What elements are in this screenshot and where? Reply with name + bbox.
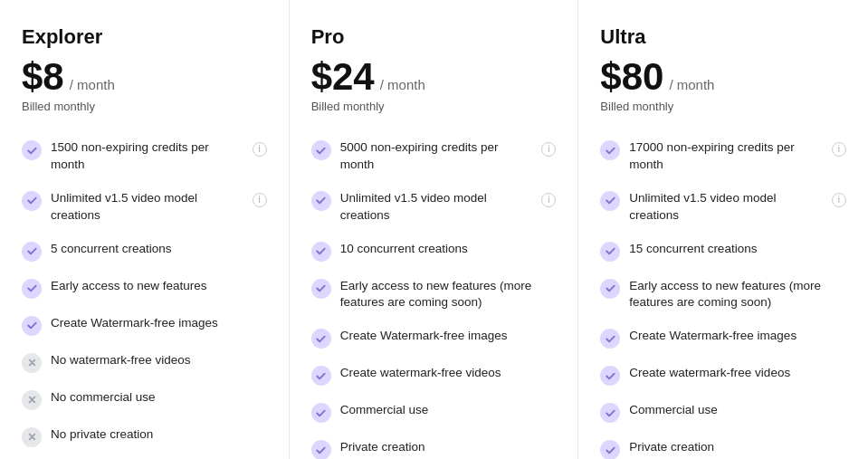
features-list-pro: 5000 non-expiring credits per monthi Unl… (311, 131, 557, 459)
info-icon[interactable]: i (832, 193, 846, 207)
feature-item: No watermark-free videos (22, 344, 267, 381)
plan-price-period-pro: / month (380, 77, 425, 92)
check-icon (600, 191, 620, 211)
feature-item: No commercial use (22, 381, 267, 418)
plan-price-row-ultra: $80/ month (600, 58, 846, 96)
feature-text: 15 concurrent creations (629, 241, 846, 258)
feature-item: 15 concurrent creations (600, 233, 846, 270)
plan-name-explorer: Explorer (22, 25, 267, 49)
feature-text: Early access to new features (51, 278, 267, 295)
feature-text: Create Watermark-free images (629, 328, 846, 345)
feature-item: 5 concurrent creations (22, 233, 267, 270)
feature-text: Commercial use (340, 402, 557, 419)
feature-item: Unlimited v1.5 video model creationsi (311, 182, 557, 233)
check-icon (600, 366, 620, 386)
plan-billed-pro: Billed monthly (311, 100, 557, 113)
feature-item: Create Watermark-free images (600, 320, 846, 357)
plan-price-amount-ultra: $80 (600, 58, 663, 96)
plan-name-pro: Pro (311, 25, 557, 49)
check-icon (311, 440, 331, 459)
check-icon (311, 191, 331, 211)
check-icon (600, 242, 620, 262)
plan-price-row-pro: $24/ month (311, 58, 557, 96)
feature-text: Unlimited v1.5 video model creations (629, 190, 823, 225)
check-icon (311, 366, 331, 386)
feature-item: 5000 non-expiring credits per monthi (311, 131, 557, 182)
features-list-explorer: 1500 non-expiring credits per monthi Unl… (22, 131, 267, 455)
feature-item: No private creation (22, 418, 267, 455)
plan-price-row-explorer: $8/ month (22, 58, 267, 96)
feature-text: 5000 non-expiring credits per month (340, 139, 533, 174)
plan-price-amount-pro: $24 (311, 58, 375, 96)
features-list-ultra: 17000 non-expiring credits per monthi Un… (600, 131, 846, 459)
feature-text: Create watermark-free videos (629, 365, 846, 382)
feature-item: Commercial use (600, 394, 846, 431)
feature-text: Private creation (340, 439, 557, 456)
plan-billed-explorer: Billed monthly (22, 100, 267, 113)
feature-text: No watermark-free videos (51, 352, 267, 369)
feature-item: Commercial use (311, 394, 557, 431)
feature-item: Unlimited v1.5 video model creationsi (600, 182, 846, 233)
check-icon (600, 329, 620, 349)
feature-item: 10 concurrent creations (311, 233, 557, 270)
plan-price-period-ultra: / month (669, 77, 714, 92)
info-icon[interactable]: i (253, 142, 267, 157)
check-icon (22, 140, 42, 160)
check-icon (600, 279, 620, 299)
plan-billed-ultra: Billed monthly (600, 100, 846, 113)
feature-text: Private creation (629, 439, 846, 456)
plan-col-ultra: Ultra$80/ monthBilled monthly 17000 non-… (578, 0, 868, 459)
feature-item: 17000 non-expiring credits per monthi (600, 131, 846, 182)
feature-item: Create Watermark-free images (311, 320, 557, 357)
cross-icon (22, 353, 42, 373)
feature-text: Create watermark-free videos (340, 365, 557, 382)
feature-text: Unlimited v1.5 video model creations (340, 190, 533, 225)
feature-item: Unlimited v1.5 video model creationsi (22, 182, 267, 233)
feature-item: 1500 non-expiring credits per monthi (22, 131, 267, 182)
check-icon (22, 242, 42, 262)
feature-text: 1500 non-expiring credits per month (51, 139, 243, 174)
info-icon[interactable]: i (832, 142, 846, 157)
feature-item: Create Watermark-free images (22, 307, 267, 344)
feature-text: Create Watermark-free images (340, 328, 557, 345)
plan-col-pro: Pro$24/ monthBilled monthly 5000 non-exp… (290, 0, 579, 459)
pricing-grid: Explorer$8/ monthBilled monthly 1500 non… (0, 0, 868, 459)
check-icon (311, 279, 331, 299)
info-icon[interactable]: i (541, 142, 556, 157)
feature-text: 10 concurrent creations (340, 241, 557, 258)
info-icon[interactable]: i (541, 193, 556, 207)
feature-text: Commercial use (629, 402, 846, 419)
feature-text: 17000 non-expiring credits per month (629, 139, 823, 174)
feature-item: Early access to new features (more featu… (600, 270, 846, 320)
check-icon (311, 242, 331, 262)
check-icon (600, 440, 620, 459)
check-icon (22, 316, 42, 336)
feature-item: Private creation (311, 431, 557, 459)
cross-icon (22, 427, 42, 447)
feature-item: Early access to new features (more featu… (311, 270, 557, 320)
feature-item: Create watermark-free videos (311, 357, 557, 394)
feature-text: No commercial use (51, 389, 267, 406)
check-icon (600, 403, 620, 423)
cross-icon (22, 390, 42, 410)
plan-col-explorer: Explorer$8/ monthBilled monthly 1500 non… (0, 0, 290, 459)
feature-item: Early access to new features (22, 270, 267, 307)
check-icon (22, 279, 42, 299)
check-icon (22, 191, 42, 211)
info-icon[interactable]: i (253, 193, 267, 207)
feature-text: No private creation (51, 426, 267, 444)
feature-item: Private creation (600, 431, 846, 459)
feature-text: Unlimited v1.5 video model creations (51, 190, 243, 225)
feature-text: Early access to new features (more featu… (629, 278, 846, 312)
check-icon (311, 403, 331, 423)
feature-text: Create Watermark-free images (51, 315, 267, 332)
check-icon (600, 140, 620, 160)
check-icon (311, 140, 331, 160)
check-icon (311, 329, 331, 349)
plan-price-period-explorer: / month (70, 77, 115, 92)
feature-item: Create watermark-free videos (600, 357, 846, 394)
feature-text: 5 concurrent creations (51, 241, 267, 258)
feature-text: Early access to new features (more featu… (340, 278, 557, 312)
plan-price-amount-explorer: $8 (22, 58, 64, 96)
plan-name-ultra: Ultra (600, 25, 846, 49)
